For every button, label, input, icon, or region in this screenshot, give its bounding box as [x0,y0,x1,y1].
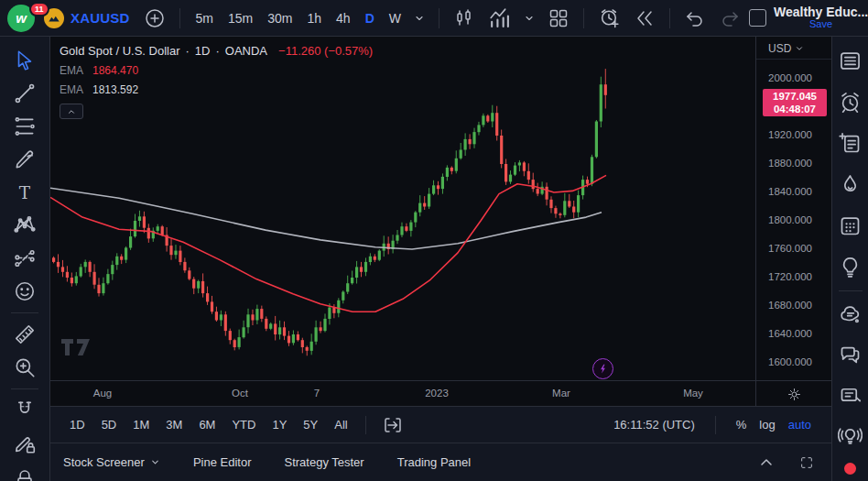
divider [839,290,863,291]
forecast-tool-icon[interactable] [7,242,42,275]
notification-dot [844,463,856,475]
currency-selector[interactable]: USD [756,37,831,60]
range-6m[interactable]: 6M [192,414,222,435]
magnet-tool-icon[interactable] [7,394,42,427]
range-5d[interactable]: 5D [95,414,124,435]
legend-change: −11.260 (−0.57%) [278,44,373,58]
tf-1d-active[interactable]: D [359,6,381,30]
time-tick: Aug [93,388,112,399]
layout-square-icon[interactable] [749,9,766,27]
trend-line-tool-icon[interactable] [7,77,42,110]
range-1y[interactable]: 1Y [266,414,293,435]
lock-all-tool-icon[interactable] [7,460,42,481]
legend-exchange: OANDA [225,44,267,58]
text-tool-icon[interactable]: T [7,176,42,209]
ema-slow-label: EMA [60,83,83,96]
cursor-tool-icon[interactable] [7,44,42,77]
tab-label: Trading Panel [397,455,471,469]
ema-fast-label: EMA [60,64,83,77]
tf-1h[interactable]: 1h [300,6,328,30]
panel-expand-chevron-icon[interactable] [754,451,778,475]
layout-name: Wealthy Educ... [774,6,868,18]
timeframe-dropdown-chevron-icon[interactable] [409,8,429,28]
range-ytd[interactable]: YTD [225,414,262,435]
tab-trading-panel[interactable]: Trading Panel [397,455,471,469]
chats-icon[interactable] [834,334,867,375]
go-to-date-icon[interactable] [377,410,408,441]
ideas-lightbulb-icon[interactable] [834,246,867,288]
compare-add-button[interactable] [139,3,170,34]
tf-15m[interactable]: 15m [222,6,259,30]
auto-scale-button[interactable]: auto [788,418,811,432]
range-toolbar: 1D 5D 1M 3M 6M YTD 1Y 5Y All 16:11:52 (U… [50,406,831,443]
percent-scale-button[interactable]: % [736,418,747,432]
price-tick: 2000.000 [768,72,812,83]
app-logo[interactable]: w 11 [7,3,35,34]
chart-style-candles-icon[interactable] [449,3,480,34]
fib-retracement-tool-icon[interactable] [7,110,42,143]
fullscreen-icon[interactable] [795,451,819,475]
brush-tool-icon[interactable] [7,143,42,176]
chart-pane[interactable]: Gold Spot / U.S. Dollar · 1D · OANDA −11… [50,37,831,406]
tab-label: Strategy Tester [284,455,363,469]
lightning-event-icon[interactable] [592,358,613,379]
symbol-search[interactable]: XAUUSD [38,5,136,32]
tf-1w[interactable]: W [383,6,407,30]
emoji-tool-icon[interactable] [7,275,42,308]
tab-stock-screener[interactable]: Stock Screener [63,455,160,469]
time-tick: May [683,388,703,399]
top-toolbar: w 11 XAUUSD 5m 15m 30m 1h 4h D W [0,0,868,37]
alerts-clock-icon[interactable] [834,82,867,123]
indicators-chevron-icon[interactable] [519,8,539,28]
ema-fast-value: 1864.470 [92,64,138,77]
log-scale-button[interactable]: log [759,418,775,432]
redo-icon[interactable] [714,3,745,34]
calendar-icon[interactable] [834,205,867,246]
add-notes-icon[interactable] [834,123,867,164]
alert-clock-add-icon[interactable] [593,2,625,34]
price-tick: 1720.000 [768,271,812,282]
undo-icon[interactable] [679,3,711,34]
measure-ruler-tool-icon[interactable] [7,318,42,351]
layout-name-block[interactable]: Wealthy Educ... Save [774,6,868,30]
range-5y[interactable]: 5Y [297,414,324,435]
divider [179,8,180,28]
time-axis[interactable]: AugOct72023MarMay [50,380,831,406]
bottom-panel: Stock Screener Pine Editor Strategy Test… [50,443,831,481]
streams-lightbulb-rays-icon[interactable] [834,415,867,455]
range-all[interactable]: All [328,414,353,435]
session-clock[interactable]: 16:11:52 (UTC) [613,418,695,432]
tab-strategy-tester[interactable]: Strategy Tester [284,455,363,469]
divider [669,8,670,28]
right-sidebar [831,37,868,481]
price-tick: 1800.000 [768,214,812,225]
drawing-mode-pencil-lock-icon[interactable] [7,427,42,460]
hotlists-flame-icon[interactable] [834,164,867,205]
time-tick: Oct [232,388,248,399]
text-tool-glyph: T [19,183,31,202]
tf-30m[interactable]: 30m [261,6,298,30]
indicators-icon[interactable] [483,2,515,34]
layout-grid-icon[interactable] [543,3,574,34]
tf-5m[interactable]: 5m [190,6,220,30]
tradingview-app: w 11 XAUUSD 5m 15m 30m 1h 4h D W [0,0,868,481]
range-1d[interactable]: 1D [63,414,92,435]
bar-replay-icon[interactable] [629,3,660,34]
minds-cloud-icon[interactable] [834,294,867,334]
axis-settings-corner[interactable] [755,381,831,406]
comment-bubble-icon[interactable] [834,375,867,415]
price-tick: 1920.000 [768,129,812,140]
range-1m[interactable]: 1M [126,414,156,435]
price-tick: 1600.000 [768,356,812,367]
tab-pine-editor[interactable]: Pine Editor [193,455,252,469]
legend-collapse-button[interactable] [60,104,83,119]
zoom-in-tool-icon[interactable] [7,351,42,384]
range-3m[interactable]: 3M [159,414,189,435]
watchlist-icon[interactable] [834,40,867,82]
divider [365,416,366,434]
tf-4h[interactable]: 4h [330,6,357,30]
save-button[interactable]: Save [809,18,832,30]
price-tick: 1840.000 [768,186,812,197]
price-axis[interactable]: USD 2000.0001920.0001880.0001840.0001800… [755,37,831,380]
pattern-xabcd-tool-icon[interactable] [7,209,42,242]
